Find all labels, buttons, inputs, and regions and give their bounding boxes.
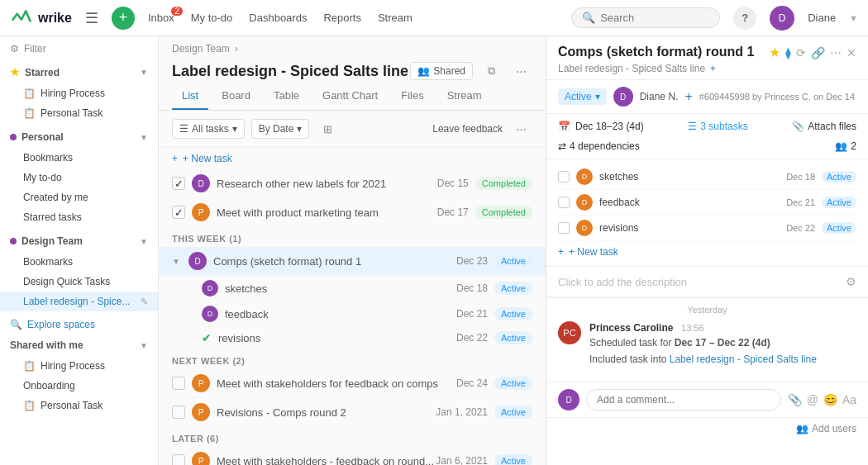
sidebar-item-label-redesign[interactable]: Label redesign - Spice... ✎ xyxy=(0,292,158,311)
list-item[interactable]: ✔ revisions Dec 22 Active xyxy=(159,327,546,349)
table-row[interactable]: P Meet with stakeholders for feedback on… xyxy=(159,369,546,398)
breadcrumb-chevron-icon: › xyxy=(235,43,238,55)
sidebar-item-design-quick-tasks[interactable]: Design Quick Tasks xyxy=(0,272,158,292)
share-count[interactable]: 👥 2 xyxy=(835,140,856,152)
search-box[interactable]: 🔍 xyxy=(571,7,720,28)
table-row[interactable]: P Revisions - Comps round 2 Jan 1, 2021 … xyxy=(159,398,546,427)
sidebar-item-design-bookmarks[interactable]: Bookmarks xyxy=(0,252,158,272)
expand-icon[interactable]: ▼ xyxy=(172,257,185,266)
sidebar-item-onboarding[interactable]: Onboarding xyxy=(0,376,158,396)
sidebar-item-created-by-me[interactable]: Created by me xyxy=(0,187,158,207)
search-input[interactable] xyxy=(600,12,699,24)
sidebar-item-shared-personal-task[interactable]: 📋 Personal Task xyxy=(0,396,158,415)
help-button[interactable]: ? xyxy=(733,7,756,30)
shared-button[interactable]: 👥 Shared xyxy=(410,62,473,80)
more-options-icon[interactable]: ⋯ xyxy=(509,59,532,83)
columns-icon[interactable]: ⊞ xyxy=(316,117,339,140)
date-range[interactable]: Dec 18–23 (4d) xyxy=(575,121,644,132)
add-tab-icon[interactable]: + xyxy=(710,63,716,74)
mention-icon[interactable]: @ xyxy=(807,393,818,406)
list-item[interactable]: D feedback Dec 21 Active xyxy=(159,301,546,327)
user-name[interactable]: Diane xyxy=(808,12,836,24)
task-checkbox[interactable]: ✓ xyxy=(172,177,185,190)
emoji-icon[interactable]: 😊 xyxy=(823,393,837,406)
task-checkbox[interactable] xyxy=(172,406,185,419)
tab-files[interactable]: Files xyxy=(391,83,433,110)
status-badge: Completed xyxy=(475,177,532,190)
activity-link[interactable]: Label redesign - Spiced Salts line xyxy=(670,353,817,365)
comment-input[interactable] xyxy=(586,389,781,410)
sidebar-item-explore-spaces[interactable]: 🔍 Explore spaces xyxy=(0,315,158,335)
nav-reports[interactable]: Reports xyxy=(323,12,361,24)
list-item[interactable]: D sketches Dec 18 Active xyxy=(159,276,546,301)
sidebar-item-starred-hiring-process[interactable]: 📋 Hiring Process xyxy=(0,83,158,103)
nav-inbox[interactable]: Inbox 2 xyxy=(148,12,174,24)
tab-list[interactable]: List xyxy=(172,83,208,110)
sidebar-item-my-todo[interactable]: My to-do xyxy=(0,168,158,187)
tab-board[interactable]: Board xyxy=(212,83,260,110)
toolbar-more-icon[interactable]: ⋯ xyxy=(509,117,532,140)
leave-feedback-button[interactable]: Leave feedback xyxy=(432,123,503,135)
sidebar-design-team-header[interactable]: Design Team ▼ xyxy=(0,230,158,252)
sidebar-starred-header[interactable]: ★ Starred ▼ xyxy=(0,61,158,83)
list-item[interactable]: D feedback Dec 21 Active xyxy=(558,190,856,216)
task-checkbox[interactable] xyxy=(172,377,185,390)
table-row[interactable]: ✓ P Meet with product marketing team Dec… xyxy=(159,198,546,227)
subtask-checkbox[interactable] xyxy=(558,197,570,208)
table-row[interactable]: ▼ D Comps (sketch format) round 1 Dec 23… xyxy=(159,247,546,276)
table-row[interactable]: ✓ D Research other new labels for 2021 D… xyxy=(159,169,546,198)
description-placeholder[interactable]: Click to add the description xyxy=(558,276,687,288)
table-row[interactable]: P Meet with stakeholders - feedback on r… xyxy=(159,447,546,465)
new-task-button[interactable]: + + New task xyxy=(159,148,546,169)
task-checkbox[interactable]: ✓ xyxy=(172,206,185,219)
sidebar-item-starred-personal-task[interactable]: 📋 Personal Task xyxy=(0,103,158,123)
task-checkbox[interactable] xyxy=(172,454,185,465)
sidebar-personal-header[interactable]: Personal ▼ xyxy=(0,126,158,148)
sidebar-filter[interactable]: ⚙ Filter xyxy=(0,36,158,61)
sidebar-item-shared-hiring-process[interactable]: 📋 Hiring Process xyxy=(0,356,158,376)
sidebar-item-starred-tasks[interactable]: Starred tasks xyxy=(0,207,158,227)
link-icon[interactable]: 🔗 xyxy=(811,46,825,59)
subtasks-count[interactable]: ☰ 3 subtasks xyxy=(688,121,747,132)
add-button[interactable]: + xyxy=(112,7,135,30)
all-tasks-button[interactable]: ☰ All tasks ▾ xyxy=(172,119,245,139)
subtask-checkbox[interactable] xyxy=(558,222,570,234)
attach-comment-icon[interactable]: 📎 xyxy=(788,393,802,406)
sidebar-item-bookmarks[interactable]: Bookmarks xyxy=(0,148,158,168)
more-detail-icon[interactable]: ⋯ xyxy=(830,46,842,59)
dependencies[interactable]: ⇄ 4 dependencies xyxy=(558,140,640,152)
status-dropdown[interactable]: Active ▾ xyxy=(558,88,607,105)
by-date-button[interactable]: By Date ▾ xyxy=(251,119,310,139)
close-detail-icon[interactable]: ✕ xyxy=(847,46,856,59)
attach-files[interactable]: 📎 Attach files xyxy=(792,121,856,132)
tab-gantt-chart[interactable]: Gantt Chart xyxy=(312,83,388,110)
filter-settings-icon[interactable]: ⚙ xyxy=(846,275,856,288)
star-detail-icon[interactable]: ★ xyxy=(769,45,780,60)
add-task-icon: + xyxy=(172,153,178,164)
tab-table[interactable]: Table xyxy=(264,83,309,110)
list-item[interactable]: D sketches Dec 18 Active xyxy=(558,164,856,190)
hamburger-menu[interactable]: ☰ xyxy=(85,9,98,27)
nav-stream[interactable]: Stream xyxy=(378,12,413,24)
task-name: Research other new labels for 2021 xyxy=(217,178,437,190)
sidebar-shared-header[interactable]: Shared with me ▼ xyxy=(0,335,158,356)
copy-icon[interactable]: ⧉ xyxy=(479,59,503,83)
activity-date-label: Yesterday xyxy=(558,305,856,315)
user-avatar[interactable]: D xyxy=(770,6,794,31)
bookmark-icon[interactable]: ⧫ xyxy=(785,46,791,59)
text-format-icon[interactable]: Aa xyxy=(842,393,856,406)
tab-stream[interactable]: Stream xyxy=(437,83,492,110)
breadcrumb-design-team[interactable]: Design Team xyxy=(172,43,230,55)
nav-dashboards[interactable]: Dashboards xyxy=(249,12,307,24)
add-assignee-icon[interactable]: + xyxy=(684,89,692,104)
subtask-checkbox[interactable] xyxy=(558,171,570,183)
task-date: Jan 1, 2021 xyxy=(436,406,488,418)
status-chevron-icon: ▾ xyxy=(595,91,600,102)
subtask-date: Dec 22 xyxy=(786,223,815,233)
new-subtask-button[interactable]: + + New task xyxy=(558,241,856,263)
nav-my-todo[interactable]: My to-do xyxy=(191,12,233,24)
toolbar: ☰ All tasks ▾ By Date ▾ ⊞ Leave feedback… xyxy=(159,111,546,148)
add-users-bar[interactable]: 👥 Add users xyxy=(546,417,868,439)
list-item[interactable]: D revisions Dec 22 Active xyxy=(558,216,856,241)
activity-icon[interactable]: ⟳ xyxy=(796,46,806,59)
